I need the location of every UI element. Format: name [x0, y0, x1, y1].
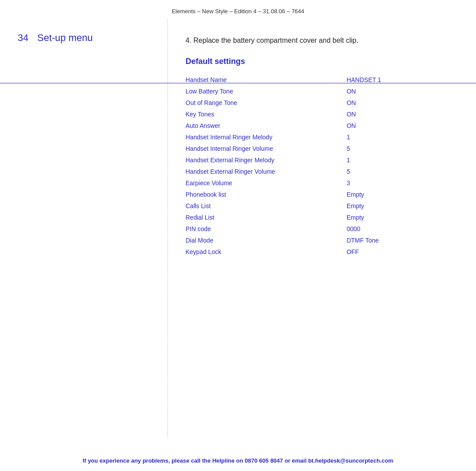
section-title: Default settings [186, 57, 454, 66]
setting-label: Calls List [186, 200, 346, 212]
table-row: Phonebook listEmpty [186, 189, 454, 200]
setting-value: 1 [346, 131, 454, 143]
header-title: Elements – New Style – Edition 4 – 31.08… [172, 8, 305, 15]
setting-value: Empty [346, 200, 454, 212]
table-row: Handset External Ringer Volume5 [186, 166, 454, 177]
table-row: Out of Range ToneON [186, 97, 454, 108]
footer-bar: If you experience any problems, please c… [0, 450, 476, 471]
table-row: PIN code0000 [186, 223, 454, 235]
setting-label: Dial Mode [186, 235, 346, 246]
setting-value: HANDSET 1 [346, 74, 454, 86]
left-column: 34 Set-up menu [0, 19, 167, 438]
setting-label: Low Battery Tone [186, 86, 346, 97]
setting-label: Out of Range Tone [186, 97, 346, 108]
table-row: Auto AnswerON [186, 120, 454, 131]
setting-value: 5 [346, 166, 454, 177]
footer-text: If you experience any problems, please c… [83, 457, 394, 464]
setting-label: Handset Name [186, 74, 346, 86]
table-row: Redial ListEmpty [186, 212, 454, 223]
setting-value: 1 [346, 154, 454, 166]
table-row: Handset NameHANDSET 1 [186, 74, 454, 86]
setting-label: Handset Internal Ringer Melody [186, 131, 346, 143]
step-text: 4. Replace the battery compartment cover… [186, 37, 454, 45]
setting-value: 3 [346, 177, 454, 189]
setting-label: Handset Internal Ringer Volume [186, 143, 346, 154]
setting-value: ON [346, 86, 454, 97]
setting-value: DTMF Tone [346, 235, 454, 246]
table-row: Handset External Ringer Melody1 [186, 154, 454, 166]
table-row: Handset Internal Ringer Volume5 [186, 143, 454, 154]
setting-value: ON [346, 120, 454, 131]
setting-label: Earpiece Volume [186, 177, 346, 189]
setting-label: Redial List [186, 212, 346, 223]
table-row: Earpiece Volume3 [186, 177, 454, 189]
settings-table: Handset NameHANDSET 1Low Battery ToneONO… [186, 74, 454, 258]
chapter-title: Set-up menu [37, 32, 93, 44]
setting-label: PIN code [186, 223, 346, 235]
setting-value: Empty [346, 212, 454, 223]
right-column: 4. Replace the battery compartment cover… [167, 19, 476, 438]
full-divider [0, 83, 476, 83]
setting-label: Keypad Lock [186, 246, 346, 258]
setting-label: Auto Answer [186, 120, 346, 131]
page-number: 34 [18, 32, 28, 44]
setting-value: ON [346, 108, 454, 120]
table-row: Handset Internal Ringer Melody1 [186, 131, 454, 143]
setting-label: Key Tones [186, 108, 346, 120]
setting-label: Phonebook list [186, 189, 346, 200]
table-row: Dial ModeDTMF Tone [186, 235, 454, 246]
setting-label: Handset External Ringer Volume [186, 166, 346, 177]
setting-value: 0000 [346, 223, 454, 235]
setting-value: ON [346, 97, 454, 108]
setting-value: OFF [346, 246, 454, 258]
table-row: Low Battery ToneON [186, 86, 454, 97]
table-row: Calls ListEmpty [186, 200, 454, 212]
setting-value: 5 [346, 143, 454, 154]
chapter-header: 34 Set-up menu [18, 32, 150, 44]
setting-value: Empty [346, 189, 454, 200]
header-bar: Elements – New Style – Edition 4 – 31.08… [0, 0, 476, 19]
setting-label: Handset External Ringer Melody [186, 154, 346, 166]
table-row: Key TonesON [186, 108, 454, 120]
table-row: Keypad LockOFF [186, 246, 454, 258]
